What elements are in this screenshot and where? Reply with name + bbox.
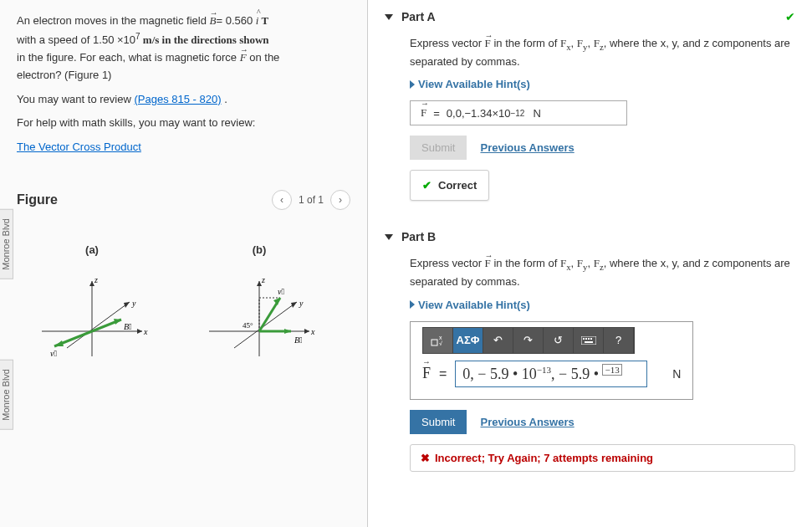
svg-text:x: x [143,327,148,336]
svg-text:B⃗: B⃗ [124,322,132,331]
svg-marker-20 [291,302,297,308]
part-b-incorrect-feedback: ✖ Incorrect; Try Again; 7 attempts remai… [410,444,795,472]
sub: x [566,262,570,272]
svg-text:B⃗: B⃗ [294,335,303,345]
figure-count: 1 of 1 [299,194,324,206]
check-icon: ✔ [422,179,432,192]
incorrect-text: Incorrect; Try Again; 7 attempts remaini… [435,452,653,464]
axes-diagram-a: x y z v⃗ B⃗ [33,264,151,365]
svg-marker-26 [284,329,291,334]
part-b-previous-answers[interactable]: Previous Answers [480,416,574,428]
svg-text:y: y [131,299,136,308]
part-a-answer-box: F = 0,0,−1.34×10−12 N [410,100,627,125]
text: in the figure. For each, what is magneti… [17,51,240,64]
text: m/s in the directions shown [140,33,269,46]
greek-tool-button[interactable]: ΑΣΦ [453,328,483,353]
keyboard-button[interactable] [574,328,604,353]
b-vector: B [210,14,217,27]
svg-rect-36 [581,336,596,345]
answer-unit: N [672,367,681,381]
svg-text:v⃗: v⃗ [50,349,57,358]
part-b-hints[interactable]: View Available Hint(s) [410,299,795,311]
svg-text:√: √ [439,340,442,346]
part-a-feedback: ✔ Correct [410,170,489,201]
axes-diagram-b: x y z v⃗ B⃗ 45° [201,264,318,365]
caret-right-icon [410,80,415,89]
svg-text:z: z [94,275,98,284]
part-a-submit-button: Submit [410,136,467,160]
subfigure-b: (b) x y z v⃗ B⃗ 45° [201,243,318,367]
correct-label: Correct [438,179,477,192]
f-var: F [421,106,426,120]
part-a-header[interactable]: Part A ✔ [385,7,795,27]
svg-text:45°: 45° [243,321,253,330]
part-b-title: Part B [401,230,436,243]
part-b-prompt: Express vector F in the form of Fx, Fy, … [410,255,795,289]
side-tab-1[interactable]: Monroe Blvd [0,209,13,279]
part-b-math-input[interactable]: 0, − 5.9 • 10−13, − 5.9 • −13 [455,361,647,387]
side-tab-2[interactable]: Monroe Blvd [0,360,13,430]
answer-unit: N [533,107,540,120]
text: Express vector [410,37,485,49]
svg-text:x: x [439,335,442,340]
help-button[interactable]: ? [604,328,634,353]
text: with a speed of 1.50 ×10 [17,33,135,46]
sub: y [583,42,587,52]
text: Express vector [410,257,485,269]
figure-next-button[interactable]: › [330,190,350,210]
input-exp: −13 [537,365,551,375]
svg-marker-16 [304,329,309,334]
hints-label: View Available Hint(s) [418,299,530,311]
part-b-input-container: x√ ΑΣΦ ↶ ↷ ↺ ? F = 0, − 5.9 • 10−13, − 5… [410,321,693,400]
caret-right-icon [410,300,415,309]
redo-button[interactable]: ↷ [513,328,544,353]
figure-title: Figure [17,192,58,207]
equals: = [433,107,440,120]
part-a-hints[interactable]: View Available Hint(s) [410,78,795,90]
svg-rect-41 [585,341,593,343]
math-help-line: For help with math skills, you may want … [17,115,350,132]
answer-value: 0,0,−1.34×10 [447,107,511,120]
cross-product-link[interactable]: The Vector Cross Product [17,141,141,153]
fy: F [577,257,583,269]
subfigure-a: (a) x y z v⃗ B⃗ [33,243,151,367]
svg-text:z: z [261,275,265,284]
figure-area: (a) x y z v⃗ B⃗ (b) [17,235,350,376]
sub: x [566,42,570,52]
f-var: F [422,365,431,382]
text: in the form of [491,37,560,49]
subfig-a-label: (a) [33,243,151,256]
fz: F [594,37,600,49]
reset-button[interactable]: ↺ [544,328,574,353]
fz: F [594,257,600,269]
undo-button[interactable]: ↶ [483,328,513,353]
equals: = [439,366,447,381]
f-vector: F [240,51,247,64]
svg-text:v⃗: v⃗ [278,287,284,296]
part-b-submit-button[interactable]: Submit [410,410,467,434]
template-tool-button[interactable]: x√ [423,328,453,353]
hints-label: View Available Hint(s) [418,78,530,90]
svg-rect-38 [585,338,587,340]
problem-statement: An electron moves in the magnetic field … [17,13,350,84]
check-icon: ✔ [785,10,795,23]
part-a-previous-answers[interactable]: Previous Answers [480,141,574,154]
x-icon: ✖ [421,452,430,464]
svg-rect-39 [588,338,590,340]
pages-link[interactable]: (Pages 815 - 820) [134,93,221,105]
text: electron? (Figure 1) [17,69,111,81]
figure-prev-button[interactable]: ‹ [272,190,292,210]
input-toolbar: x√ ΑΣΦ ↶ ↷ ↺ ? [422,327,635,354]
svg-text:y: y [299,299,304,308]
svg-line-4 [67,302,130,348]
text: . [222,93,227,105]
part-b-header[interactable]: Part B [385,227,795,247]
text: on the [247,51,280,64]
input-exp2: −13 [602,364,621,376]
i-hat: i [256,14,259,27]
text: in the form of [491,257,560,269]
part-a-prompt: Express vector F in the form of Fx, Fy, … [410,35,795,69]
fy: F [577,37,583,49]
svg-rect-40 [590,338,592,340]
f-vector: F [485,37,491,49]
